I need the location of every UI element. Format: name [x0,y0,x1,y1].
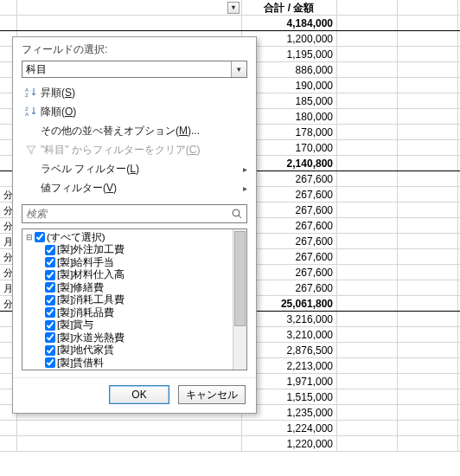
empty-cell [398,249,458,264]
search-input[interactable] [22,205,227,222]
filter-check-item[interactable]: ⊟(すべて選択) [24,231,231,244]
value-filter-menu-item[interactable]: 値フィルター(V) ▸ [13,178,256,197]
empty-cell [337,47,398,61]
search-icon [227,205,246,222]
filter-checkbox[interactable] [45,345,55,356]
filter-check-item[interactable]: [製]水道光熱費 [24,331,231,344]
filter-check-item[interactable]: [製]賞与 [24,319,231,332]
empty-cell [337,203,398,217]
empty-cell [337,31,398,46]
column-header-field[interactable]: ▾ [17,0,242,15]
cancel-button[interactable]: キャンセル [178,385,246,404]
vertical-scrollbar[interactable] [233,229,246,370]
filter-check-item[interactable]: [製]外注加工費 [24,244,231,257]
empty-cell [337,218,398,233]
more-sort-options-menu-item[interactable]: その他の並べ替えオプション(M)... [13,121,256,140]
filter-check-label: [製]賃借料 [57,357,104,369]
empty-cell [398,156,458,170]
filter-checkbox[interactable] [45,307,55,318]
filter-checklist-panel: ⊟(すべて選択)[製]外注加工費[製]給料手当[製]材料仕入高[製]修繕費[製]… [22,228,247,370]
empty-cell [398,234,458,248]
filter-check-item[interactable]: [製]給料手当 [24,256,231,269]
filter-check-label: [製]修繕費 [57,282,104,293]
empty-cell [398,265,458,280]
empty-cell [337,405,398,420]
empty-cell [398,140,458,155]
empty-cell [398,0,458,15]
empty-cell [337,187,398,202]
filter-checkbox[interactable] [45,257,55,267]
filter-checkbox[interactable] [35,232,45,242]
column-header-value[interactable]: 合計 / 金額 [242,0,337,15]
empty-cell [398,62,458,77]
filter-dropdown-icon[interactable]: ▾ [227,2,240,14]
filter-check-item[interactable]: [製]修繕費 [24,281,231,294]
sort-ascending-menu-item[interactable]: AZ 昇順(S) [13,83,256,102]
filter-check-item[interactable]: [製]材料仕入高 [24,269,231,282]
empty-cell [398,218,458,233]
field-cell[interactable] [17,16,242,30]
label-filter-menu-item[interactable]: ラベル フィルター(L) ▸ [13,159,256,178]
value-cell[interactable]: 4,184,000 [242,16,337,30]
empty-cell [398,389,458,404]
empty-cell [337,78,398,93]
field-cell[interactable] [17,421,242,435]
empty-cell [398,171,458,186]
empty-cell [398,31,458,46]
empty-cell [398,374,458,389]
field-select-combo[interactable]: ▾ [22,61,247,78]
filter-check-item[interactable]: [製]賃借料 [24,357,231,370]
clear-filter-menu-item: "科目" からフィルターをクリア(C) [13,140,256,159]
empty-cell [398,187,458,202]
filter-checkbox[interactable] [45,245,55,255]
row-label-cell [0,436,17,451]
menu-label: その他の並べ替えオプション(M)... [41,124,247,138]
empty-cell [337,327,398,342]
empty-cell [337,249,398,264]
empty-cell [337,374,398,389]
empty-cell [337,125,398,139]
filter-check-item[interactable]: [製]消耗品費 [24,306,231,319]
field-select-input[interactable] [22,61,231,77]
filter-checkbox[interactable] [45,320,55,331]
empty-cell [398,358,458,373]
filter-popup: フィールドの選択: ▾ AZ 昇順(S) ZA 降順(O) その他の並べ替えオプ… [12,36,257,414]
filter-check-item[interactable]: [製]通信費 [24,370,231,370]
empty-cell [398,296,458,311]
filter-check-item[interactable]: [製]消耗工具費 [24,294,231,307]
filter-check-label: [製]消耗工具費 [57,294,125,306]
filter-checkbox[interactable] [45,357,55,368]
filter-check-item[interactable]: [製]地代家賃 [24,344,231,357]
empty-cell [337,421,398,435]
search-box[interactable] [22,204,247,223]
filter-checkbox[interactable] [45,282,55,293]
empty-cell [337,234,398,248]
scrollbar-thumb[interactable] [234,231,246,326]
menu-label: 降順(O) [41,105,247,119]
empty-cell [398,343,458,357]
sort-descending-menu-item[interactable]: ZA 降順(O) [13,102,256,121]
filter-check-label: [製]賞与 [57,319,93,331]
filter-checklist[interactable]: ⊟(すべて選択)[製]外注加工費[製]給料手当[製]材料仕入高[製]修繕費[製]… [22,229,233,370]
field-cell[interactable] [17,436,242,451]
chevron-right-icon: ▸ [243,164,247,174]
tree-expander-icon[interactable]: ⊟ [24,233,35,241]
value-cell[interactable]: 1,224,000 [242,421,337,435]
empty-cell [337,280,398,295]
filter-checkbox[interactable] [45,295,55,306]
empty-cell [398,312,458,326]
menu-label: 値フィルター(V) [41,181,243,196]
filter-checkbox[interactable] [45,270,55,280]
empty-cell [337,296,398,311]
empty-cell [398,405,458,420]
filter-check-label: [製]水道光熱費 [57,332,125,344]
empty-cell [398,436,458,451]
filter-checkbox[interactable] [45,332,55,343]
empty-cell [337,312,398,326]
ok-button[interactable]: OK [109,385,169,404]
filter-check-label: [製]地代家賃 [57,344,114,356]
value-cell[interactable]: 1,220,000 [242,436,337,451]
empty-cell [398,93,458,108]
filter-check-label: [製]給料手当 [57,257,114,268]
chevron-down-icon[interactable]: ▾ [231,61,246,77]
